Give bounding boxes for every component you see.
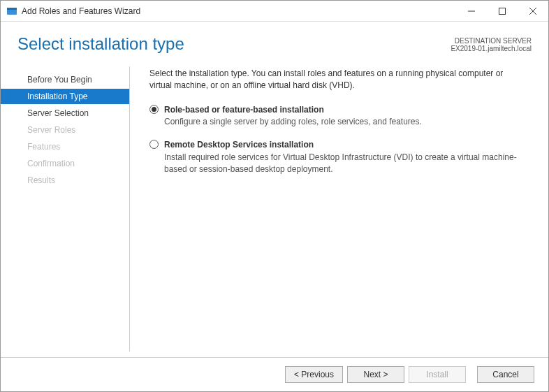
footer-buttons: < Previous Next > Install Cancel <box>1 357 548 391</box>
option-remote-desktop-title: Remote Desktop Services installation <box>164 139 527 151</box>
window-controls <box>456 1 548 22</box>
minimize-button[interactable] <box>456 1 487 22</box>
header: Select installation type DESTINATION SER… <box>1 22 548 61</box>
titlebar: Add Roles and Features Wizard <box>1 1 548 22</box>
close-button[interactable] <box>518 1 548 22</box>
svg-rect-3 <box>499 8 506 14</box>
wizard-steps: Before You Begin Installation Type Serve… <box>1 66 130 351</box>
svg-rect-1 <box>7 8 17 10</box>
step-results: Results <box>22 173 129 188</box>
step-server-roles: Server Roles <box>22 122 129 138</box>
option-remote-desktop-desc: Install required role services for Virtu… <box>164 152 527 175</box>
radio-role-based[interactable] <box>149 105 159 114</box>
app-icon <box>6 6 17 17</box>
step-features: Features <box>22 139 129 154</box>
step-before-you-begin[interactable]: Before You Begin <box>22 72 129 87</box>
cancel-button[interactable]: Cancel <box>477 366 534 383</box>
destination-server-info: DESTINATION SERVER EX2019-01.jamiltech.l… <box>451 34 532 54</box>
intro-text: Select the installation type. You can in… <box>149 68 527 92</box>
window-title: Add Roles and Features Wizard <box>22 6 140 16</box>
previous-button[interactable]: < Previous <box>285 366 343 383</box>
install-button: Install <box>409 366 466 383</box>
content-pane: Select the installation type. You can in… <box>130 61 532 357</box>
step-server-selection[interactable]: Server Selection <box>22 106 129 121</box>
radio-remote-desktop[interactable] <box>149 140 159 149</box>
next-button[interactable]: Next > <box>347 366 404 383</box>
maximize-button[interactable] <box>487 1 518 22</box>
option-role-based-desc: Configure a single server by adding role… <box>164 116 527 128</box>
option-role-based[interactable]: Role-based or feature-based installation… <box>149 104 527 129</box>
destination-label: DESTINATION SERVER <box>451 37 532 45</box>
step-installation-type[interactable]: Installation Type <box>1 89 129 104</box>
step-confirmation: Confirmation <box>22 156 129 171</box>
destination-server: EX2019-01.jamiltech.local <box>451 45 532 52</box>
option-role-based-title: Role-based or feature-based installation <box>164 104 527 116</box>
page-title: Select installation type <box>17 34 451 54</box>
option-remote-desktop[interactable]: Remote Desktop Services installation Ins… <box>149 139 527 175</box>
